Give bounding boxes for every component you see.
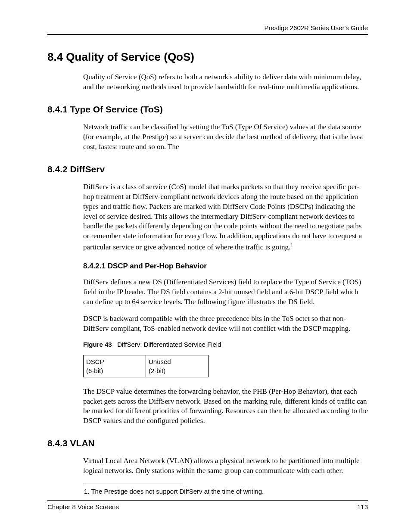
cell-text: DSCP — [86, 358, 104, 365]
header-guide-title: Prestige 2602R Series User's Guide — [47, 24, 368, 35]
figure-43-title: DiffServ: Differentiated Service Field — [117, 341, 221, 348]
footnote-1: 1. The Prestige does not support DiffSer… — [47, 488, 368, 495]
cell-text: Unused — [149, 358, 171, 365]
footnote-ref-1: 1 — [290, 242, 293, 248]
figure-43-label: Figure 43 — [83, 341, 112, 348]
body-8-4-3: Virtual Local Area Network (VLAN) allows… — [47, 456, 368, 476]
heading-8-4: 8.4 Quality of Service (QoS) — [47, 50, 368, 64]
heading-8-4-1: 8.4.1 Type Of Service (ToS) — [47, 104, 368, 115]
ds-table-cell-dscp: DSCP (6-bit) — [84, 355, 146, 377]
heading-8-4-2-1: 8.4.2.1 DSCP and Per-Hop Behavior — [47, 262, 368, 271]
cell-text: (2-bit) — [149, 367, 165, 374]
heading-8-4-2: 8.4.2 DiffServ — [47, 164, 368, 174]
footer-page-number: 113 — [357, 503, 368, 510]
intro-8-4: Quality of Service (QoS) refers to both … — [47, 72, 368, 92]
figure-43-caption: Figure 43 DiffServ: Differentiated Servi… — [47, 341, 368, 348]
body-8-4-2: DiffServ is a class of service (CoS) mod… — [47, 182, 368, 252]
page-footer: Chapter 8 Voice Screens 113 — [47, 500, 368, 510]
para3-8-4-2-1: The DSCP value determines the forwarding… — [47, 387, 368, 426]
para1-8-4-2-1: DiffServ defines a new DS (Differentiate… — [47, 277, 368, 307]
cell-text: (6-bit) — [86, 367, 103, 374]
ds-table-cell-unused: Unused (2-bit) — [146, 355, 209, 377]
para2-8-4-2-1: DSCP is backward compatible with the thr… — [47, 314, 368, 334]
table-row: DSCP (6-bit) Unused (2-bit) — [84, 355, 209, 377]
footer-chapter: Chapter 8 Voice Screens — [47, 503, 119, 510]
ds-field-table: DSCP (6-bit) Unused (2-bit) — [83, 355, 209, 377]
heading-8-4-3: 8.4.3 VLAN — [47, 438, 368, 448]
body-8-4-1: Network traffic can be classified by set… — [47, 122, 368, 152]
footnote-separator — [83, 483, 182, 483]
body-8-4-2-text: DiffServ is a class of service (CoS) mod… — [83, 183, 362, 251]
